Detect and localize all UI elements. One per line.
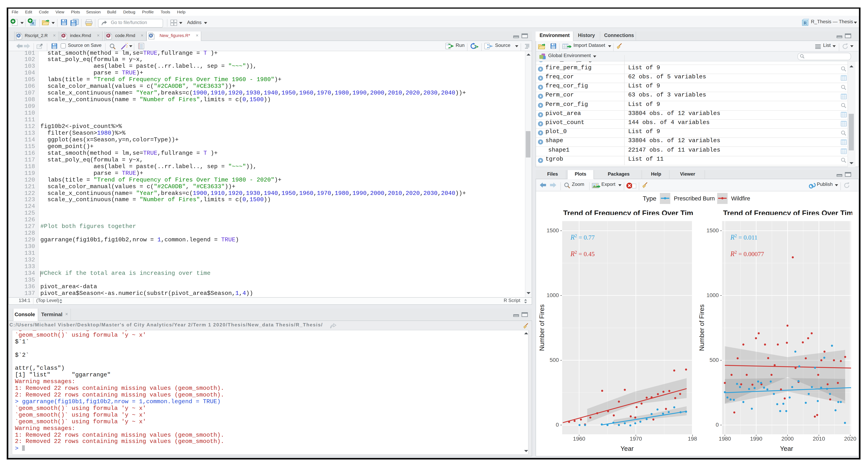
svg-text:1960: 1960 bbox=[573, 436, 585, 442]
svg-text:1990: 1990 bbox=[750, 436, 762, 442]
svg-text:2020: 2020 bbox=[844, 436, 856, 442]
svg-text:Trend of Frequency of Fires Ov: Trend of Frequency of Fires Over Time 19… bbox=[563, 209, 715, 217]
svg-text:0: 0 bbox=[715, 422, 718, 428]
svg-text:Year: Year bbox=[620, 445, 633, 452]
svg-text:198: 198 bbox=[688, 436, 697, 442]
svg-text:Type: Type bbox=[643, 195, 656, 202]
svg-text:R: R bbox=[150, 34, 152, 37]
svg-text:1000: 1000 bbox=[706, 292, 718, 298]
svg-text:1500: 1500 bbox=[547, 227, 559, 234]
svg-text:Number of Fires: Number of Fires bbox=[698, 304, 705, 351]
svg-text:Trend of Frequency of Fires Ov: Trend of Frequency of Fires Over Time 19… bbox=[723, 209, 858, 217]
svg-text:500: 500 bbox=[709, 357, 718, 363]
svg-text:1500: 1500 bbox=[706, 227, 718, 234]
svg-text:R: R bbox=[17, 34, 19, 37]
svg-text:Prescribed Burn: Prescribed Burn bbox=[674, 195, 715, 202]
svg-text:Year: Year bbox=[780, 445, 793, 452]
svg-text:Wildfire: Wildfire bbox=[731, 195, 750, 202]
svg-text:R: R bbox=[107, 34, 109, 37]
svg-text:1970: 1970 bbox=[629, 436, 642, 442]
svg-text:R: R bbox=[62, 34, 64, 37]
svg-text:2010: 2010 bbox=[812, 436, 825, 442]
svg-text:1000: 1000 bbox=[547, 292, 559, 298]
svg-text:Number of Fires: Number of Fires bbox=[538, 304, 545, 351]
svg-text:R2 = 0.77: R2 = 0.77 bbox=[570, 233, 594, 241]
svg-text:500: 500 bbox=[549, 357, 559, 363]
svg-text:1980: 1980 bbox=[718, 436, 731, 442]
svg-text:R2 = 0.45: R2 = 0.45 bbox=[570, 250, 594, 258]
svg-text:0: 0 bbox=[556, 422, 559, 428]
svg-text:2000: 2000 bbox=[781, 436, 794, 442]
svg-text:R: R bbox=[803, 20, 807, 25]
svg-text:R2 = 0.011: R2 = 0.011 bbox=[730, 233, 757, 241]
